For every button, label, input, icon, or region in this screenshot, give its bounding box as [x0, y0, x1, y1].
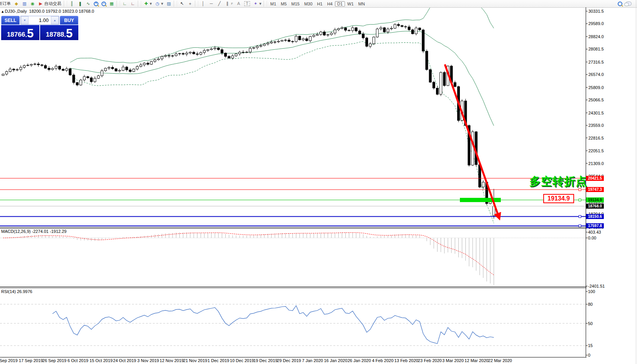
high-value: 19792.0: [46, 9, 61, 13]
date-axis-label: 3 Mar 2020: [442, 358, 464, 363]
price-axis-tick: 29589.0: [588, 21, 604, 26]
price-axis-tick: 25066.5: [588, 98, 604, 102]
date-axis-label: 1 Dec 2019: [208, 358, 229, 363]
price-axis-tick: 24301.5: [588, 111, 604, 115]
buy-button[interactable]: BUY: [60, 16, 78, 25]
symbol-period-label: DJ30-,Daily: [5, 9, 27, 13]
date-axis-label: 19 Dec 2019: [253, 358, 277, 363]
rsi-axis-label: 15: [588, 343, 593, 348]
open-value: 18200.0: [29, 9, 45, 13]
price-line-badge: 20421.5: [586, 176, 604, 181]
price-axis-tick: 27316.5: [588, 60, 604, 64]
macd-signal-value: -1912.29: [50, 229, 66, 234]
price-axis-tick: 25809.0: [588, 85, 604, 90]
date-axis-label: 24 Oct 2019: [113, 358, 136, 363]
volume-up-button[interactable]: ▲: [51, 16, 59, 24]
date-axis-label: 22 Mar 2020: [488, 358, 512, 363]
date-axis-label: 26 Sep 2019: [42, 358, 66, 363]
buy-price-display[interactable]: 18788.5: [40, 25, 78, 40]
price-line-badge: 17597.8: [586, 223, 604, 228]
rsi-axis-label: 0: [588, 353, 590, 357]
volume-down-button[interactable]: ▼: [21, 16, 29, 24]
date-axis-label: 3 Nov 2019: [137, 358, 159, 363]
volume-stepper: ▼ 1.00 ▲: [20, 16, 59, 25]
price-axis-tick: 26574.0: [588, 72, 604, 77]
date-axis-label: Sep 2019: [0, 358, 18, 363]
date-axis-label: 15 Oct 2019: [90, 358, 113, 363]
rsi-axis-label: 50: [588, 321, 593, 326]
price-line-badge: 18150.6: [586, 214, 604, 219]
date-axis-label: 16 Jan 2020: [324, 358, 348, 363]
price-axis-tick: 23559.0: [588, 123, 604, 128]
macd-indicator-label: MACD(12,26,9) -2274.01 -1912.29: [1, 229, 66, 234]
rsi-indicator-label: RSI(14) 26.9976: [1, 289, 32, 294]
mt4-window: { "toolbar": { "new_order_label": "新订单",…: [0, 0, 637, 364]
turning-point-annotation[interactable]: 多空转折点: [529, 174, 587, 189]
rsi-axis-label: 80: [588, 302, 593, 307]
date-axis-label: 21 Nov 2019: [183, 358, 207, 363]
price-axis-tick: 22816.5: [588, 136, 604, 140]
price-line-badge: 19134.9: [586, 197, 604, 202]
date-axis-label: 6 Oct 2019: [68, 358, 88, 363]
macd-main-value: -2274.01: [32, 229, 48, 234]
window-right-edge: [636, 0, 636, 364]
date-axis-label: 26 Jan 2020: [348, 358, 371, 363]
macd-axis-label: 403.43: [588, 230, 601, 234]
price-axis-tick: 21309.0: [588, 161, 604, 166]
date-axis-label: 29 Dec 2019: [277, 358, 301, 363]
chart-ohlc-title: ▴ DJ30-,Daily 18200.0 19792.0 18023.0 18…: [2, 9, 94, 14]
date-axis-label: 7 Jan 2020: [302, 358, 323, 363]
price-axis-tick: 22051.5: [588, 148, 604, 153]
collapse-marker: ▴: [2, 9, 4, 13]
date-axis-label: 23 Feb 2020: [418, 358, 442, 363]
date-axis-label: 12 Nov 2019: [160, 358, 184, 363]
sell-price-display[interactable]: 18766.5: [1, 25, 39, 40]
date-axis-label: 10 Dec 2019: [230, 358, 254, 363]
level-price-label[interactable]: 19134.9: [543, 194, 574, 203]
sell-button[interactable]: SELL: [1, 16, 20, 25]
price-axis-tick: 30331.5: [588, 9, 604, 13]
date-axis-label: 4 Feb 2020: [372, 358, 394, 363]
price-axis-tick: 28824.0: [588, 34, 604, 39]
date-axis-label: 17 Sep 2019: [19, 358, 43, 363]
rsi-axis-label: 100: [588, 289, 595, 294]
price-line-badge: 18768.0: [586, 204, 604, 209]
one-click-trade-panel: SELL ▼ 1.00 ▲ BUY 18766.5 18788.5: [1, 16, 78, 40]
price-line-badge: 19747.3: [586, 187, 604, 192]
macd-axis-label: -2401.51: [588, 284, 605, 288]
volume-value[interactable]: 1.00: [29, 16, 51, 24]
price-axis-tick: 28081.5: [588, 47, 604, 51]
close-value: 18768.0: [79, 9, 94, 13]
macd-axis-label: 0.00: [588, 236, 596, 240]
low-value: 18023.0: [62, 9, 78, 13]
date-axis-label: 13 Feb 2020: [394, 358, 418, 363]
date-axis-label: 12 Mar 2020: [465, 358, 488, 363]
